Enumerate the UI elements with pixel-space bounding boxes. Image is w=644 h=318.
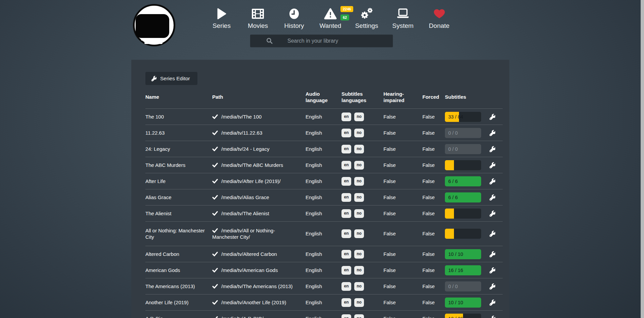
series-table-body: The 100 /media/tv/The 100 English enno F… <box>145 108 503 318</box>
header-hearing-impaired: Hearing-impaired <box>383 91 422 104</box>
edit-series-button[interactable] <box>489 130 495 136</box>
edit-series-button[interactable] <box>489 211 495 217</box>
series-name: A.P. Bio <box>145 315 212 318</box>
wrench-icon <box>489 283 495 289</box>
edit-series-button[interactable] <box>489 146 495 152</box>
path-exists-check-icon <box>212 195 218 200</box>
nav-item-system[interactable]: System <box>385 7 421 30</box>
language-badge[interactable]: no <box>354 229 364 238</box>
edit-series-button[interactable] <box>489 300 495 306</box>
series-name: 11.22.63 <box>145 130 212 136</box>
forced: False <box>422 130 445 136</box>
language-badge[interactable]: en <box>341 177 351 186</box>
nav-label: Movies <box>248 22 268 30</box>
subtitles-languages: enno <box>341 129 383 137</box>
forced: False <box>422 267 445 274</box>
table-row: Another Life (2019) /media/tv/Another Li… <box>145 294 503 310</box>
hearing-impaired: False <box>383 146 422 152</box>
header-forced: Forced <box>422 94 445 100</box>
language-badge[interactable]: en <box>341 209 351 218</box>
language-badge[interactable]: no <box>354 282 364 291</box>
language-badge[interactable]: en <box>341 314 351 318</box>
edit-series-button[interactable] <box>489 178 495 184</box>
forced: False <box>422 146 445 152</box>
language-badge[interactable]: no <box>354 145 364 153</box>
series-path: /media/tv/All or Nothing- Manchester Cit… <box>212 228 275 240</box>
hearing-impaired: False <box>383 251 422 258</box>
logo-tv-shape <box>136 14 169 38</box>
language-badge[interactable]: no <box>354 193 364 202</box>
warning-icon <box>324 7 337 21</box>
film-icon <box>252 7 264 21</box>
series-path: /media/tv/The ABC Murders <box>221 162 283 168</box>
language-badge[interactable]: en <box>341 193 351 202</box>
language-badge[interactable]: en <box>341 145 351 153</box>
language-badge[interactable]: no <box>354 250 364 259</box>
language-badge[interactable]: no <box>354 161 364 170</box>
nav-label: System <box>392 22 413 30</box>
series-editor-button[interactable]: Series Editor <box>145 72 197 85</box>
language-badge[interactable]: en <box>341 282 351 291</box>
wrench-icon <box>489 114 495 120</box>
subtitles-count: 0 / 0 <box>448 128 458 138</box>
language-badge[interactable]: no <box>354 298 364 307</box>
nav-item-history[interactable]: History <box>276 7 312 30</box>
language-badge[interactable]: no <box>354 129 364 137</box>
nav-item-wanted[interactable]: Wanted 2246 62 <box>312 7 349 30</box>
forced: False <box>422 315 445 318</box>
nav-item-movies[interactable]: Movies <box>240 7 276 30</box>
series-path: /media/tv/24 - Legacy <box>221 146 269 152</box>
language-badge[interactable]: en <box>341 266 351 275</box>
subtitles-progress: 33 / 84 <box>445 112 481 122</box>
series-name: The Americans (2013) <box>145 283 212 290</box>
nav-item-settings[interactable]: Settings <box>349 7 385 30</box>
edit-series-button[interactable] <box>489 194 495 200</box>
edit-series-button[interactable] <box>489 283 495 289</box>
audio-language: English <box>306 178 341 185</box>
forced: False <box>422 178 445 185</box>
edit-series-button[interactable] <box>489 162 495 168</box>
language-badge[interactable]: no <box>354 314 364 318</box>
edit-series-button[interactable] <box>489 316 495 318</box>
language-badge[interactable]: en <box>341 161 351 170</box>
edit-series-button[interactable] <box>489 251 495 257</box>
hearing-impaired: False <box>383 299 422 306</box>
subtitles-count: 13 / 26 <box>448 314 463 318</box>
language-badge[interactable]: no <box>354 112 364 121</box>
hearing-impaired: False <box>383 230 422 237</box>
page-scrollbar[interactable] <box>641 0 644 318</box>
subtitles-progress: 6 / 6 <box>445 176 481 186</box>
search-input[interactable] <box>287 38 388 44</box>
language-badge[interactable]: en <box>341 112 351 121</box>
forced: False <box>422 299 445 306</box>
series-name: 24: Legacy <box>145 146 212 152</box>
audio-language: English <box>306 130 341 136</box>
language-badge[interactable]: en <box>341 129 351 137</box>
path-exists-check-icon <box>212 268 218 273</box>
series-path: /media/tv/11.22.63 <box>221 130 262 136</box>
library-search <box>250 35 393 47</box>
series-name: Alias Grace <box>145 194 212 201</box>
path-exists-check-icon <box>212 316 218 318</box>
forced: False <box>422 162 445 169</box>
nav-label: Settings <box>355 22 378 30</box>
table-row: 11.22.63 /media/tv/11.22.63 English enno… <box>145 125 503 141</box>
path-exists-check-icon <box>212 284 218 289</box>
language-badge[interactable]: en <box>341 229 351 238</box>
app-logo[interactable] <box>133 4 175 46</box>
wrench-icon <box>489 211 495 217</box>
nav-item-series[interactable]: Series <box>203 7 240 30</box>
language-badge[interactable]: no <box>354 209 364 218</box>
audio-language: English <box>306 210 341 217</box>
language-badge[interactable]: en <box>341 250 351 259</box>
edit-series-button[interactable] <box>489 231 495 237</box>
edit-series-button[interactable] <box>489 267 495 273</box>
series-name: Altered Carbon <box>145 251 212 258</box>
hearing-impaired: False <box>383 210 422 217</box>
language-badge[interactable]: no <box>354 177 364 186</box>
language-badge[interactable]: en <box>341 298 351 307</box>
edit-series-button[interactable] <box>489 114 495 120</box>
language-badge[interactable]: no <box>354 266 364 275</box>
subtitles-languages: enno <box>341 282 383 291</box>
nav-item-donate[interactable]: Donate <box>421 7 457 30</box>
